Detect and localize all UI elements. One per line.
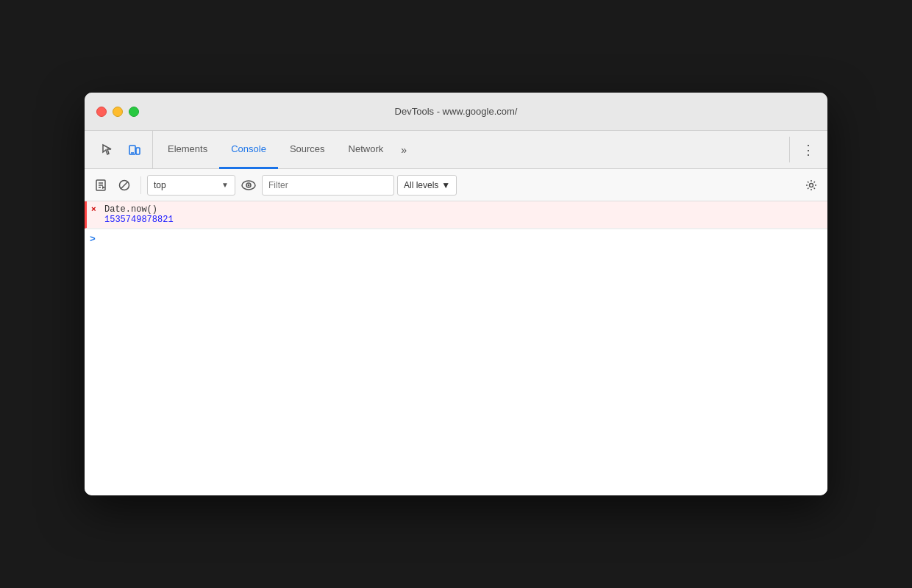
inspect-icon[interactable] [96,138,120,162]
context-selector[interactable]: top ▼ [147,175,235,196]
toolbar-divider [140,176,141,194]
clear-console-icon[interactable] [114,175,135,196]
tab-network[interactable]: Network [337,131,396,169]
tab-console[interactable]: Console [219,131,278,169]
svg-line-6 [121,182,128,188]
title-bar: DevTools - www.google.com/ [85,93,827,131]
filter-input[interactable] [262,175,394,196]
tab-spacer [413,131,783,168]
input-prompt-icon: > [90,234,96,245]
device-toolbar-icon[interactable] [123,138,146,162]
tab-elements[interactable]: Elements [156,131,219,169]
error-icon: × [91,205,96,214]
entry-command: Date.now() [104,204,822,215]
levels-dropdown-arrow: ▼ [441,180,450,190]
tab-bar: Elements Console Sources Network » ⋮ [85,131,827,169]
devtools-window: DevTools - www.google.com/ Elements [85,93,827,495]
more-tabs-button[interactable]: » [395,131,413,168]
console-toolbar: top ▼ All levels ▼ [85,169,827,201]
console-output: × Date.now() 1535749878821 > [85,201,827,495]
entry-result: 1535749878821 [104,215,822,225]
close-button[interactable] [96,107,107,117]
eye-icon[interactable] [238,175,259,196]
traffic-lights [96,107,139,117]
console-input[interactable] [102,234,822,244]
maximize-button[interactable] [129,107,139,117]
devtools-icons [90,131,153,168]
context-value: top [154,180,215,190]
tab-sources[interactable]: Sources [278,131,337,169]
console-entry: × Date.now() 1535749878821 [85,201,827,229]
context-dropdown-arrow: ▼ [221,181,229,189]
tab-separator [789,137,790,162]
settings-icon[interactable] [801,175,822,196]
log-levels-button[interactable]: All levels ▼ [397,175,457,196]
entry-content: Date.now() 1535749878821 [104,204,822,225]
execute-icon[interactable] [90,175,111,196]
window-title: DevTools - www.google.com/ [395,106,518,117]
svg-point-9 [248,184,250,186]
svg-rect-1 [136,148,140,154]
console-input-line[interactable]: > [85,229,827,248]
devtools-menu-button[interactable]: ⋮ [796,131,822,168]
minimize-button[interactable] [113,107,123,117]
svg-point-10 [810,183,813,187]
